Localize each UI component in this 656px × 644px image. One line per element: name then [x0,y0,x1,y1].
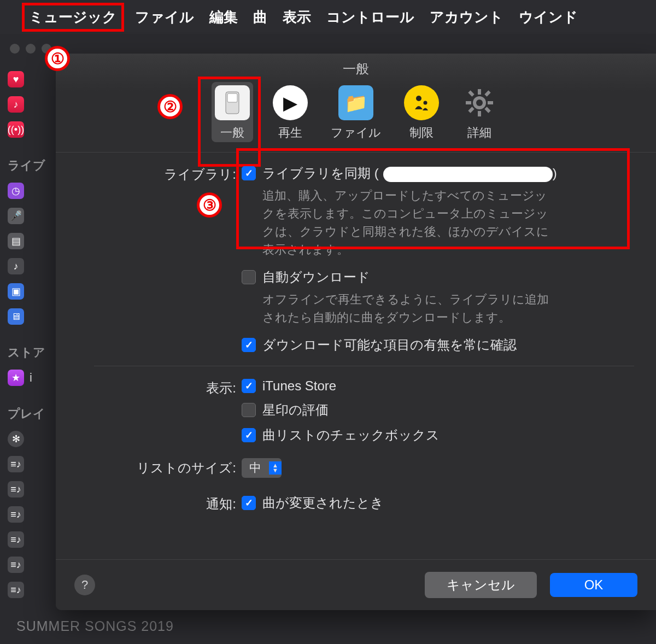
annotation-3: ③ [197,192,222,218]
list-size-value: 中 [242,458,269,478]
menu-song[interactable]: 曲 [253,8,267,27]
gear-icon [462,85,497,120]
star-rating-text: 星印の評価 [262,401,329,419]
tab-restrictions[interactable]: 制限 [401,82,442,142]
notify-song-change-text: 曲が変更されたとき [262,494,384,512]
music-note-icon: ♪ [8,96,24,113]
notify-song-change-checkbox[interactable]: ✓ [242,496,256,510]
parental-icon [404,85,439,120]
menu-file[interactable]: ファイル [135,8,194,27]
annotation-1: ① [45,46,70,71]
tab-label: ファイル [331,125,381,141]
minimize-window-button[interactable] [26,44,36,54]
tab-label: 制限 [409,125,434,141]
auto-download-checkbox[interactable] [242,270,256,284]
tab-advanced[interactable]: 詳細 [459,82,500,142]
ok-button[interactable]: OK [550,573,637,597]
sync-library-desc: 追加、購入、アップロードしたすべてのミュージックを表示します。このコンピュータ上… [262,186,552,259]
play-icon: ▶ [273,85,308,120]
svg-rect-12 [484,90,490,96]
apple-id-redacted [383,167,553,182]
playlist-icon: ≡♪ [8,506,24,523]
system-menubar: ミュージック ファイル 編集 曲 表示 コントロール アカウント ウインド [0,0,656,34]
svg-rect-11 [484,107,490,113]
playlist-icon: ≡♪ [8,531,24,548]
music-video-icon: ▣ [8,283,24,300]
folder-icon: 📁 [338,85,373,120]
svg-point-14 [476,99,483,106]
svg-rect-13 [468,107,474,113]
preferences-toolbar: 一般 ▶ 再生 📁 ファイル 制限 詳細 [56,82,656,153]
library-label: ライブラリ: [72,165,242,183]
preferences-panel: 一般 一般 ▶ 再生 📁 ファイル 制限 詳細 [56,54,656,610]
itunes-store-text: iTunes Store [262,378,336,394]
menu-view[interactable]: 表示 [283,8,311,27]
microphone-icon: 🎤 [8,208,24,224]
svg-rect-8 [466,101,471,104]
menu-account[interactable]: アカウント [430,8,503,27]
svg-rect-10 [468,90,474,96]
panel-body: ライブラリ: ✓ ライブラリを同期 () 追加、購入、アップロードしたすべてのミ… [56,153,656,514]
itunes-store-checkbox[interactable]: ✓ [242,379,256,393]
switch-icon [215,85,250,120]
menu-edit[interactable]: 編集 [209,8,238,27]
sync-library-checkbox[interactable]: ✓ [242,166,256,180]
panel-title: 一般 [56,54,656,78]
help-button[interactable]: ? [74,575,95,595]
menu-controls[interactable]: コントロール [326,8,414,27]
annotation-2: ② [157,94,183,119]
auto-download-desc: オフラインで再生できるように、ライブラリに追加されたら自動的に曲をダウンロードし… [262,290,552,326]
svg-rect-6 [478,89,481,95]
playlist-icon: ≡♪ [8,557,24,573]
tv-icon: 🖥 [8,308,24,325]
radio-icon: ((•)) [8,121,24,138]
sync-library-text: ライブラリを同期 () [262,165,557,182]
svg-rect-7 [478,111,481,116]
tab-label: 再生 [278,125,302,141]
tab-general[interactable]: 一般 [212,82,253,142]
list-checkboxes-text: 曲リストのチェックボックス [262,426,440,444]
list-size-label: リストのサイズ: [72,458,242,477]
stepper-arrows-icon: ▲▼ [269,461,282,475]
list-checkboxes-checkbox[interactable]: ✓ [242,428,256,442]
playlist-icon: ≡♪ [8,481,24,497]
star-rating-checkbox[interactable] [242,403,256,417]
auto-download-text: 自動ダウンロード [262,268,370,286]
cancel-button[interactable]: キャンセル [425,572,537,598]
playlist-icon: ≡♪ [8,582,24,598]
close-window-button[interactable] [10,44,20,54]
show-label: 表示: [72,378,242,397]
note-icon: ♪ [8,258,24,274]
tab-playback[interactable]: ▶ 再生 [270,82,311,142]
always-check-checkbox[interactable]: ✓ [242,338,256,352]
panel-footer: ? キャンセル OK [56,559,656,610]
bottom-playlist-name: SUMMER SONGS 2019 [16,618,174,634]
albums-icon: ▤ [8,233,24,249]
star-icon: ★ [8,370,24,386]
tab-label: 詳細 [467,125,491,141]
tab-label: 一般 [220,125,244,141]
menu-window[interactable]: ウインド [519,8,578,27]
window-controls [10,44,51,54]
svg-point-2 [411,92,432,114]
menu-music[interactable]: ミュージック [22,3,124,32]
always-check-text: ダウンロード可能な項目の有無を常に確認 [262,336,517,354]
svg-point-4 [424,101,427,105]
smart-playlist-icon: ✻ [8,431,24,447]
heart-icon: ♥ [8,71,24,87]
playlist-icon: ≡♪ [8,456,24,472]
divider [94,366,634,366]
tab-files[interactable]: 📁 ファイル [327,82,384,142]
svg-point-3 [416,96,421,101]
svg-rect-9 [488,101,493,104]
list-size-select[interactable]: 中 ▲▼ [242,458,282,478]
notify-label: 通知: [72,494,242,513]
clock-icon: ◷ [8,183,24,199]
svg-rect-1 [227,93,237,102]
